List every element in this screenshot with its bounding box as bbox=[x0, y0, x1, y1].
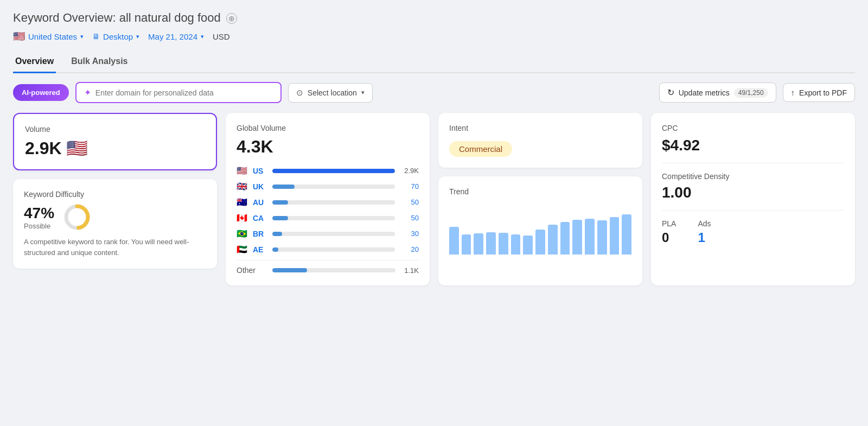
country-list: 🇺🇸 US 2.9K 🇬🇧 UK 70 🇦🇺 AU bbox=[237, 166, 419, 275]
uk-bar-bg bbox=[272, 185, 395, 189]
other-count: 1.1K bbox=[404, 266, 419, 275]
date-label: May 21, 2024 bbox=[148, 32, 197, 41]
metrics-card: CPC $4.92 Competitive Density 1.00 PLA 0… bbox=[651, 113, 855, 285]
device-selector[interactable]: 🖥 Desktop ▾ bbox=[92, 32, 139, 41]
other-row: Other 1.1K bbox=[237, 260, 419, 275]
trend-card: Trend bbox=[438, 176, 642, 285]
kd-label: Keyword Difficulty bbox=[24, 190, 206, 199]
cards-grid: Volume 2.9K 🇺🇸 Keyword Difficulty 47% Po… bbox=[13, 113, 855, 285]
toolbar: AI-powered ✦ ⊙ Select location ▾ ↻ Updat… bbox=[13, 82, 855, 103]
tab-overview[interactable]: Overview bbox=[13, 51, 56, 73]
trend-bar-1 bbox=[449, 227, 459, 255]
title-keyword: all natural dog food bbox=[119, 11, 221, 24]
intent-label: Intent bbox=[449, 124, 631, 132]
location-filter-button[interactable]: ⊙ Select location ▾ bbox=[288, 83, 373, 103]
trend-bar-5 bbox=[499, 233, 508, 255]
kd-value-row: 47% Possible bbox=[24, 203, 206, 231]
uk-bar-fill bbox=[272, 185, 295, 189]
country-row-br: 🇧🇷 BR 30 bbox=[237, 228, 419, 239]
kd-value: 47% bbox=[24, 205, 54, 222]
volume-label: Volume bbox=[25, 125, 205, 133]
other-bar-fill bbox=[272, 268, 307, 272]
br-code: BR bbox=[253, 230, 268, 238]
us-bar-fill bbox=[272, 169, 395, 173]
country-row-ca: 🇨🇦 CA 50 bbox=[237, 213, 419, 223]
ca-flag: 🇨🇦 bbox=[237, 213, 248, 223]
update-count-badge: 49/1,250 bbox=[734, 88, 768, 98]
volume-number: 2.9K bbox=[25, 138, 62, 158]
trend-bar-9 bbox=[548, 225, 558, 255]
kd-possible: Possible bbox=[24, 222, 54, 230]
uk-count: 70 bbox=[399, 182, 419, 190]
us-flag: 🇺🇸 bbox=[237, 166, 248, 176]
global-volume-label: Global Volume bbox=[237, 124, 419, 132]
us-bar-bg bbox=[272, 169, 395, 173]
currency-label: USD bbox=[213, 32, 230, 41]
ca-bar-bg bbox=[272, 216, 395, 220]
pla-label: PLA bbox=[662, 219, 676, 228]
monitor-icon: 🖥 bbox=[92, 32, 100, 41]
device-label: Desktop bbox=[103, 32, 133, 41]
uk-flag: 🇬🇧 bbox=[237, 181, 248, 192]
trend-bar-11 bbox=[572, 220, 582, 255]
cpc-label: CPC bbox=[662, 124, 844, 132]
other-label: Other bbox=[237, 266, 264, 275]
au-flag: 🇦🇺 bbox=[237, 197, 248, 207]
intent-card: Intent Commercial bbox=[438, 113, 642, 168]
br-bar-fill bbox=[272, 232, 282, 236]
trend-bar-14 bbox=[610, 217, 620, 255]
location-filter-label: Select location bbox=[308, 88, 357, 97]
add-keyword-icon[interactable]: ⊕ bbox=[226, 13, 237, 24]
au-bar-fill bbox=[272, 200, 288, 205]
trend-bar-12 bbox=[585, 219, 595, 255]
trend-bar-13 bbox=[597, 220, 607, 255]
pla-value: 0 bbox=[662, 230, 676, 245]
ai-powered-button[interactable]: AI-powered bbox=[13, 84, 69, 101]
ads-value: 1 bbox=[698, 230, 711, 245]
trend-bar-15 bbox=[622, 214, 631, 255]
pla-ads-row: PLA 0 Ads 1 bbox=[662, 219, 844, 245]
date-chevron-icon: ▾ bbox=[201, 33, 204, 40]
br-count: 30 bbox=[399, 230, 419, 238]
ca-bar-fill bbox=[272, 216, 288, 220]
trend-bar-6 bbox=[511, 234, 521, 255]
update-label: Update metrics bbox=[679, 88, 730, 97]
volume-card: Volume 2.9K 🇺🇸 bbox=[13, 113, 217, 170]
ads-item: Ads 1 bbox=[698, 219, 711, 245]
tab-bar: Overview Bulk Analysis bbox=[13, 51, 855, 73]
us-code: US bbox=[253, 167, 268, 175]
au-count: 50 bbox=[399, 198, 419, 206]
global-volume-value: 4.3K bbox=[237, 137, 419, 157]
trend-label: Trend bbox=[449, 187, 631, 196]
country-row-uk: 🇬🇧 UK 70 bbox=[237, 181, 419, 192]
competitive-density-value: 1.00 bbox=[662, 184, 844, 201]
date-selector[interactable]: May 21, 2024 ▾ bbox=[148, 32, 204, 41]
au-bar-bg bbox=[272, 200, 395, 205]
domain-input-wrapper[interactable]: ✦ bbox=[75, 82, 282, 103]
pin-icon: ⊙ bbox=[296, 88, 303, 98]
location-filter-chevron-icon: ▾ bbox=[361, 89, 365, 96]
left-column: Volume 2.9K 🇺🇸 Keyword Difficulty 47% Po… bbox=[13, 113, 217, 285]
title-prefix: Keyword Overview: bbox=[13, 11, 116, 24]
ae-code: AE bbox=[253, 245, 268, 254]
update-metrics-button[interactable]: ↻ Update metrics 49/1,250 bbox=[659, 82, 776, 103]
ae-flag: 🇦🇪 bbox=[237, 244, 248, 255]
br-bar-bg bbox=[272, 232, 395, 236]
refresh-icon: ↻ bbox=[667, 87, 674, 98]
trend-bar-7 bbox=[523, 236, 533, 255]
domain-input[interactable] bbox=[95, 88, 273, 97]
location-selector[interactable]: 🇺🇸 United States ▾ bbox=[13, 30, 84, 42]
tab-bulk-analysis[interactable]: Bulk Analysis bbox=[69, 51, 130, 73]
us-flag-icon: 🇺🇸 bbox=[13, 30, 25, 42]
trend-bar-2 bbox=[462, 234, 471, 255]
kd-donut-chart bbox=[63, 203, 91, 231]
sparkle-icon: ✦ bbox=[84, 87, 91, 98]
us-count: 2.9K bbox=[399, 167, 419, 175]
divider-2 bbox=[662, 210, 844, 211]
ae-bar-bg bbox=[272, 247, 395, 252]
au-code: AU bbox=[253, 198, 268, 207]
location-label: United States bbox=[28, 32, 77, 41]
export-pdf-button[interactable]: ↑ Export to PDF bbox=[783, 83, 855, 102]
country-row-us: 🇺🇸 US 2.9K bbox=[237, 166, 419, 176]
trend-bar-8 bbox=[535, 230, 545, 255]
